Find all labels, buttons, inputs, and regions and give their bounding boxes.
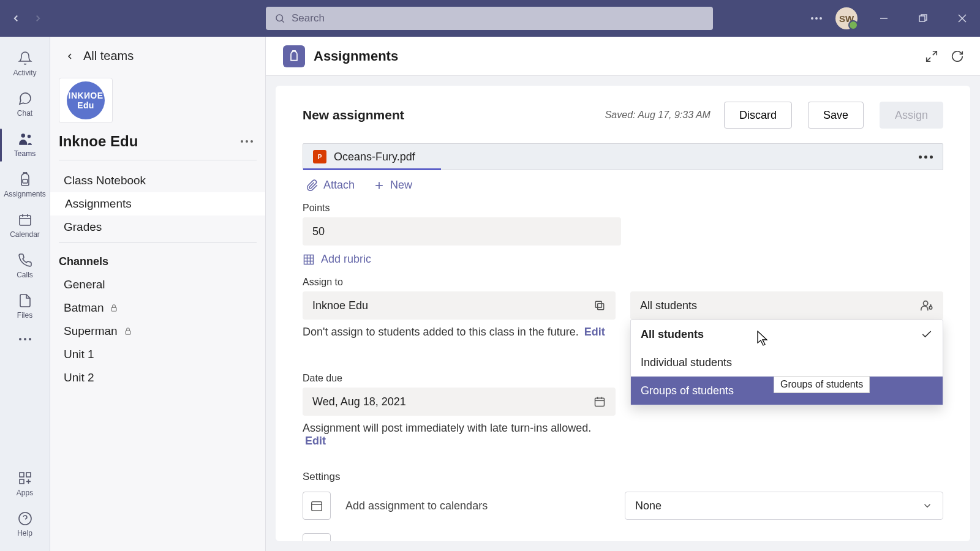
nav-assignments[interactable]: Assignments [50, 192, 265, 216]
rail-label: Help [17, 529, 32, 538]
assign-button[interactable]: Assign [880, 102, 943, 129]
svg-rect-14 [26, 473, 31, 477]
back-label: All teams [83, 49, 134, 63]
add-rubric-button[interactable]: Add rubric [303, 253, 943, 266]
rail-more[interactable] [19, 327, 31, 351]
saved-timestamp: Saved: Aug 17, 9:33 AM [605, 110, 710, 121]
calendar-pick-icon [594, 395, 606, 408]
due-date-picker[interactable]: Wed, Aug 18, 2021 [303, 388, 616, 416]
edit-schedule-link[interactable]: Edit [305, 435, 326, 447]
rail-apps[interactable]: Apps [0, 464, 50, 504]
rail-chat[interactable]: Chat [0, 84, 50, 125]
lock-icon [110, 304, 118, 312]
nav-grades[interactable]: Grades [50, 216, 265, 239]
channel-unit2[interactable]: Unit 2 [50, 366, 265, 389]
window-close-button[interactable] [949, 6, 975, 31]
bell-icon [17, 50, 33, 66]
rail-label: Teams [14, 149, 36, 158]
svg-point-7 [27, 135, 30, 138]
help-icon [17, 511, 33, 527]
assignment-form: New assignment Saved: Aug 17, 9:33 AM Di… [276, 86, 970, 541]
points-input[interactable]: 50 [303, 217, 621, 246]
class-picker[interactable]: Inknoe Edu [303, 291, 616, 320]
search-input[interactable] [292, 12, 704, 24]
channels-header: Channels [50, 243, 265, 273]
refresh-icon[interactable] [951, 50, 964, 63]
edit-future-link[interactable]: Edit [584, 326, 605, 338]
back-to-teams[interactable]: All teams [50, 37, 265, 67]
channel-batman[interactable]: Batman [50, 296, 265, 320]
svg-point-33 [924, 301, 928, 305]
rail-label: Files [17, 311, 32, 320]
history-back-button[interactable] [5, 7, 27, 29]
svg-rect-15 [20, 479, 24, 484]
save-button[interactable]: Save [808, 102, 864, 129]
window-maximize-button[interactable] [910, 6, 936, 31]
svg-rect-31 [595, 301, 601, 307]
edit-notify-link[interactable]: Edit [625, 541, 646, 542]
plus-icon [373, 179, 385, 192]
rail-calls[interactable]: Calls [0, 246, 50, 287]
check-icon [921, 328, 933, 340]
expand-icon[interactable] [925, 50, 938, 63]
rail-assignments[interactable]: Assignments [0, 165, 50, 206]
team-name: Inknoe Edu [59, 133, 138, 150]
dropdown-option-all[interactable]: All students [631, 320, 943, 348]
rail-teams[interactable]: Teams [0, 125, 50, 165]
channel-label: Unit 2 [64, 371, 94, 384]
attach-label: Attach [323, 179, 355, 192]
history-forward-button[interactable] [27, 7, 49, 29]
channel-label: Unit 1 [64, 348, 94, 361]
svg-rect-21 [126, 331, 130, 334]
settings-more-icon[interactable] [811, 17, 822, 20]
attach-button[interactable]: Attach [306, 179, 355, 192]
svg-point-6 [21, 133, 25, 138]
rail-label: Activity [13, 69, 36, 77]
post-note: Assignment will post immediately with la… [303, 422, 616, 448]
calendar-icon [17, 212, 33, 228]
new-button[interactable]: New [373, 179, 412, 192]
rail-label: Chat [17, 109, 32, 118]
search-box[interactable] [266, 7, 713, 30]
channel-label: General [64, 278, 105, 291]
lock-icon [124, 327, 132, 335]
channel-setting-icon [303, 533, 331, 541]
svg-point-18 [19, 512, 31, 525]
channel-unit1[interactable]: Unit 1 [50, 343, 265, 366]
new-label: New [390, 179, 412, 192]
attachment-item[interactable]: P Oceans-Fury.pdf [303, 143, 943, 170]
discard-button[interactable]: Discard [724, 102, 792, 129]
nav-class-notebook[interactable]: Class Notebook [50, 169, 265, 192]
chevron-down-icon [922, 500, 933, 511]
phone-icon [17, 252, 33, 268]
dropdown-option-individual[interactable]: Individual students [631, 348, 943, 377]
svg-line-23 [927, 57, 930, 61]
calendar-setting-select[interactable]: None [625, 492, 943, 520]
channel-general[interactable]: General [50, 273, 265, 296]
attachment-more-menu[interactable] [919, 156, 933, 159]
students-value: All students [640, 299, 697, 312]
rail-label: Calendar [10, 230, 40, 239]
form-title: New assignment [303, 108, 404, 122]
paperclip-icon [306, 179, 318, 192]
rail-help[interactable]: Help [0, 504, 50, 545]
rail-label: Calls [17, 271, 33, 279]
due-date-value: Wed, Aug 18, 2021 [312, 395, 406, 408]
team-icon-line2: Edu [77, 100, 94, 110]
window-minimize-button[interactable] [871, 6, 897, 31]
user-avatar[interactable]: SW [835, 7, 858, 29]
rail-calendar[interactable]: Calendar [0, 206, 50, 246]
students-picker[interactable]: All students [630, 291, 943, 320]
rail-files[interactable]: Files [0, 287, 50, 327]
svg-rect-26 [304, 255, 314, 264]
team-avatar[interactable]: INKИOEEdu [59, 78, 113, 123]
team-more-menu[interactable] [241, 140, 253, 143]
channel-label: Batman [64, 301, 104, 315]
chat-icon [17, 91, 33, 107]
title-bar: SW [0, 0, 980, 37]
svg-line-1 [282, 20, 284, 22]
channel-superman[interactable]: Superman [50, 320, 265, 343]
rail-activity[interactable]: Activity [0, 44, 50, 84]
svg-rect-9 [20, 216, 31, 225]
option-label: Groups of students [641, 384, 734, 397]
